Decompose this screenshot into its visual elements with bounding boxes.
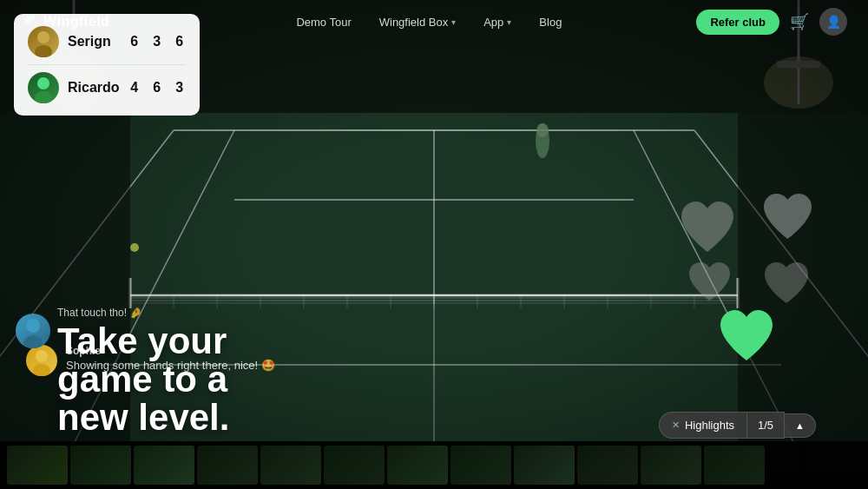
nav-links: Demo Tour Wingfield Box ▾ App ▾ Blog [161,16,696,29]
score-s3-ricardo: 3 [174,80,186,96]
highlights-bar: ✕ Highlights 1/5 ▲ [659,412,816,439]
user-avatar[interactable]: 👤 [819,8,847,36]
chat-avatar-user2 [16,314,50,348]
thumbnail-6[interactable] [324,446,385,485]
nav-app[interactable]: App ▾ [483,16,511,29]
thumbnail-strip [0,442,772,488]
svg-point-61 [23,335,43,348]
nav-wingfield-box[interactable]: Wingfield Box ▾ [379,16,456,29]
thumbnail-3[interactable] [134,446,194,485]
highlights-badge[interactable]: ✕ Highlights [659,412,747,439]
thumbnail-7[interactable] [387,446,448,485]
score-numbers-serign: 6 3 6 [128,34,186,50]
cart-icon[interactable]: 🛒 [790,12,809,31]
thumbnail-2[interactable] [70,446,131,485]
hearts-container [677,191,816,365]
chat-text-user2: That touch tho! 🤌 [57,307,229,319]
heart-icon-4 [761,261,812,307]
scoreboard: Serign 6 3 6 Ricardo 4 6 3 [14,14,200,116]
svg-point-38 [536,123,549,137]
svg-point-39 [130,243,139,252]
player-name-serign: Serign [68,34,120,50]
heart-icon-5 [716,308,777,365]
thumbnail-9[interactable] [514,446,575,485]
bottom-thumbnail-bar [0,441,868,489]
highlights-label: Highlights [685,419,734,432]
heart-icon-3 [686,261,733,304]
heart-icon-1 [760,191,816,243]
svg-point-55 [35,45,52,57]
refer-club-button[interactable]: Refer club [696,10,779,35]
player-avatar-serign [28,26,59,57]
hero-heading: Take your game to a new level. [57,322,229,437]
score-row-ricardo: Ricardo 4 6 3 [28,64,186,107]
player-avatar-ricardo [28,72,59,103]
chevron-up-icon: ▲ [795,420,805,431]
score-row-serign: Serign 6 3 6 [28,23,186,61]
score-s2-ricardo: 6 [151,80,163,96]
svg-point-56 [37,77,49,89]
thumbnail-12[interactable] [704,446,765,485]
score-numbers-ricardo: 4 6 3 [128,80,186,96]
thumbnail-11[interactable] [641,446,701,485]
hero-with-chat: That touch tho! 🤌 Take your game to a ne… [57,307,229,437]
score-s1-ricardo: 4 [128,80,141,96]
thumbnail-5[interactable] [260,446,321,485]
score-s1-serign: 6 [128,34,141,50]
thumbnail-10[interactable] [577,446,638,485]
chevron-down-icon: ▾ [451,17,456,27]
highlights-count: 1/5 [747,412,785,439]
svg-point-60 [26,319,40,333]
score-s2-serign: 3 [151,34,163,50]
svg-point-54 [37,31,49,43]
thumbnail-1[interactable] [7,446,68,485]
player-name-ricardo: Ricardo [68,80,120,96]
heart-icon-2 [677,200,738,256]
chevron-down-icon: ▾ [507,17,511,27]
svg-point-57 [35,91,52,103]
nav-actions: Refer club 🛒 👤 [696,8,847,36]
thumbnail-8[interactable] [450,446,511,485]
score-s3-serign: 6 [174,34,186,50]
close-icon: ✕ [672,420,680,431]
highlights-chevron-up[interactable]: ▲ [785,413,816,438]
svg-rect-6 [777,61,820,68]
nav-blog[interactable]: Blog [539,16,562,29]
thumbnail-4[interactable] [197,446,258,485]
nav-demo-tour[interactable]: Demo Tour [296,16,351,29]
